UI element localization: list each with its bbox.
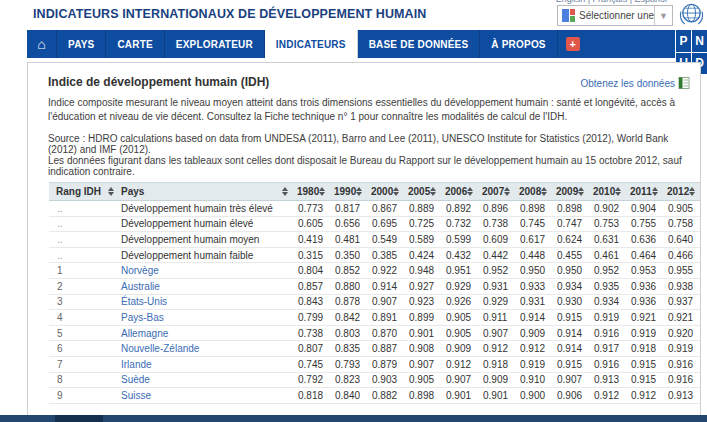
value-cell: 0.747 [552, 216, 589, 232]
sort-icon [652, 187, 659, 196]
country-link[interactable]: Australie [121, 281, 160, 292]
table-row: 6Nouvelle-Zélande0.8070.8350.8870.9080.9… [49, 341, 700, 357]
column-header-1980[interactable]: 1980 [293, 183, 330, 201]
table-header-row: Rang IDHPays1980199020002005200620072008… [49, 183, 700, 201]
value-cell: 0.950 [552, 263, 589, 279]
value-cell: 0.903 [367, 372, 404, 388]
value-cell: 0.918 [626, 341, 663, 357]
column-header-2012[interactable]: 2012 [663, 183, 700, 201]
rank-cell: 3 [49, 294, 119, 310]
column-label: 2010 [593, 186, 615, 197]
nav-item-pays[interactable]: PAYS [57, 30, 106, 58]
country-link[interactable]: Norvège [121, 265, 159, 276]
content-card: Indice de développement humain (IDH) Obt… [27, 62, 701, 422]
value-cell: 0.927 [404, 278, 441, 294]
value-cell: 0.911 [478, 310, 515, 326]
value-cell: 0.950 [515, 263, 552, 279]
value-cell: 0.906 [552, 388, 589, 404]
country-link[interactable]: Allemagne [121, 328, 168, 339]
value-cell: 0.896 [478, 201, 515, 217]
nav-item-a-propos[interactable]: À PROPOS [480, 30, 557, 58]
nav-item-explorateur[interactable]: EXPLORATEUR [165, 30, 265, 58]
rank-cell: 8 [49, 372, 119, 388]
share-plus-icon[interactable]: + [566, 37, 580, 51]
value-cell: 0.955 [663, 263, 700, 279]
value-cell: 0.905 [663, 201, 700, 217]
value-cell: 0.937 [663, 294, 700, 310]
column-header-2011[interactable]: 2011 [626, 183, 663, 201]
value-cell: 0.915 [626, 372, 663, 388]
value-cell: 0.745 [293, 356, 330, 372]
rank-cell: .. [49, 232, 119, 248]
value-cell: 0.912 [589, 388, 626, 404]
column-header-rang-idh[interactable]: Rang IDH [49, 183, 119, 201]
pnud-letter: N [692, 30, 707, 52]
value-cell: 0.909 [478, 372, 515, 388]
value-cell: 0.907 [478, 325, 515, 341]
column-header-2009[interactable]: 2009 [552, 183, 589, 201]
value-cell: 0.919 [626, 325, 663, 341]
country-link[interactable]: Suède [121, 374, 150, 385]
value-cell: 0.481 [330, 232, 367, 248]
value-cell: 0.842 [330, 310, 367, 326]
value-cell: 0.867 [367, 201, 404, 217]
value-cell: 0.907 [404, 356, 441, 372]
value-cell: 0.738 [478, 216, 515, 232]
value-cell: 0.424 [404, 247, 441, 263]
country-link[interactable]: Nouvelle-Zélande [121, 343, 199, 354]
sort-icon [504, 187, 511, 196]
value-cell: 0.933 [515, 278, 552, 294]
column-header-2006[interactable]: 2006 [441, 183, 478, 201]
value-cell: 0.912 [478, 341, 515, 357]
value-cell: 0.882 [367, 388, 404, 404]
column-header-pays[interactable]: Pays [119, 183, 293, 201]
value-cell: 0.912 [441, 356, 478, 372]
column-header-2007[interactable]: 2007 [478, 183, 515, 201]
value-cell: 0.419 [293, 232, 330, 248]
bottom-bar-segment [55, 415, 103, 422]
country-link[interactable]: États-Unis [121, 296, 167, 307]
value-cell: 0.804 [293, 263, 330, 279]
value-cell: 0.799 [293, 310, 330, 326]
value-cell: 0.912 [515, 341, 552, 357]
value-cell: 0.931 [515, 294, 552, 310]
column-label: 2009 [556, 186, 578, 197]
column-header-1990[interactable]: 1990 [330, 183, 367, 201]
value-cell: 0.914 [515, 310, 552, 326]
country-link[interactable]: Pays-Bas [121, 312, 164, 323]
nav-item-indicateurs[interactable]: INDICATEURS [265, 30, 358, 58]
nav-item-carte[interactable]: CARTE [106, 30, 164, 58]
table-row: ..Développement humain moyen0.4190.4810.… [49, 232, 700, 248]
value-cell: 0.891 [367, 310, 404, 326]
column-header-2010[interactable]: 2010 [589, 183, 626, 201]
hdi-table: Rang IDHPays1980199020002005200620072008… [49, 182, 700, 404]
nav-item-base-de-donnees[interactable]: BASE DE DONNÉES [358, 30, 481, 58]
column-header-2000[interactable]: 2000 [367, 183, 404, 201]
home-icon[interactable]: ⌂ [27, 30, 57, 58]
value-cell: 0.929 [478, 294, 515, 310]
column-label: 2007 [482, 186, 504, 197]
value-cell: 0.315 [293, 247, 330, 263]
sort-icon [319, 187, 326, 196]
country-link[interactable]: Irlande [121, 359, 152, 370]
column-header-2005[interactable]: 2005 [404, 183, 441, 201]
country-link[interactable]: Suisse [121, 390, 151, 401]
value-cell: 0.905 [441, 310, 478, 326]
language-selector[interactable]: Sélectionner une langue ▼ [557, 5, 673, 26]
value-cell: 0.817 [330, 201, 367, 217]
value-cell: 0.745 [515, 216, 552, 232]
column-header-2008[interactable]: 2008 [515, 183, 552, 201]
rank-cell: 5 [49, 325, 119, 341]
sort-icon [108, 187, 115, 196]
value-cell: 0.878 [330, 294, 367, 310]
value-cell: 0.929 [441, 278, 478, 294]
table-row: 9Suisse0.8180.8400.8820.8980.9010.9010.9… [49, 388, 700, 404]
get-data-link[interactable]: Obtenez les données [580, 77, 690, 89]
value-cell: 0.910 [515, 372, 552, 388]
value-cell: 0.807 [293, 341, 330, 357]
value-cell: 0.732 [441, 216, 478, 232]
value-cell: 0.914 [367, 278, 404, 294]
value-cell: 0.908 [404, 341, 441, 357]
bottom-bar [0, 415, 707, 422]
language-links[interactable]: English | Français | Español [556, 0, 667, 4]
